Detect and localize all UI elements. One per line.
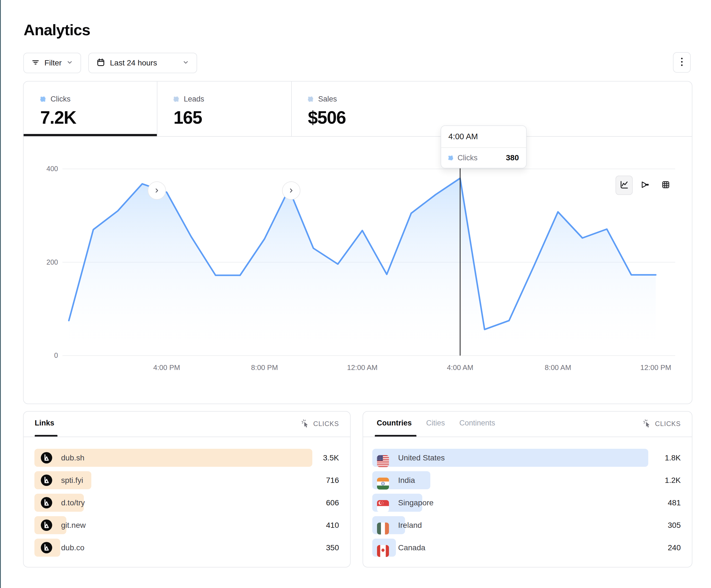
row-label: Singapore: [398, 494, 434, 512]
analytics-page: Analytics Filter Last 24 hours Clicks: [0, 0, 711, 588]
stat-label: Clicks: [50, 95, 70, 104]
analytics-chart-card: Clicks 7.2K Leads 165 Sales $506: [23, 81, 692, 404]
row-label: Ireland: [398, 516, 422, 534]
metric-label: CLICKS: [655, 420, 681, 428]
stat-value: $506: [308, 107, 430, 128]
row-value: 240: [668, 539, 681, 557]
stat-value: 165: [173, 107, 291, 128]
row-label: spti.fyi: [61, 471, 83, 489]
chart-tooltip: 4:00 AM Clicks 380: [440, 126, 527, 168]
links-panel: Links CLICKS dub.sh3.5K spti.fyi716 d.to…: [23, 411, 351, 567]
cursor-click-icon: [643, 419, 652, 429]
country-flag-icon: [377, 520, 388, 531]
link-row[interactable]: git.new410: [24, 516, 350, 534]
date-range-label: Last 24 hours: [110, 59, 157, 67]
country-flag-icon: [377, 497, 388, 508]
row-label: d.to/try: [61, 494, 85, 512]
link-row[interactable]: dub.sh3.5K: [24, 449, 350, 467]
cursor-click-icon: [301, 419, 310, 429]
countries-metric[interactable]: CLICKS: [643, 419, 681, 429]
tooltip-series-label: Clicks: [457, 154, 501, 162]
tab-links[interactable]: Links: [35, 419, 55, 427]
stat-label: Leads: [184, 95, 204, 104]
country-flag-icon: [377, 452, 388, 463]
row-value: 3.5K: [323, 449, 339, 467]
page-title: Analytics: [24, 21, 90, 39]
filter-button-label: Filter: [44, 59, 62, 67]
chart-area-fill: [69, 178, 656, 356]
kebab-menu-icon: [678, 56, 686, 69]
stat-tab-clicks[interactable]: Clicks 7.2K: [24, 82, 157, 136]
stat-separator: [157, 82, 157, 136]
stat-value: 7.2K: [40, 107, 157, 128]
panel-divider: [363, 436, 692, 437]
x-axis-tick-label: 4:00 PM: [144, 363, 189, 372]
clicks-legend-swatch: [40, 96, 45, 102]
x-axis-tick-label: 4:00 AM: [438, 363, 482, 372]
metric-label: CLICKS: [313, 420, 339, 428]
y-axis-tick-label: 200: [27, 258, 58, 266]
page-edge-strip: [0, 0, 1, 588]
x-axis-tick-label: 12:00 AM: [340, 363, 385, 372]
chevron-down-icon: [66, 59, 73, 67]
row-value: 410: [326, 516, 339, 534]
tab-continents[interactable]: Continents: [459, 419, 495, 427]
tooltip-series-swatch: [448, 156, 453, 160]
panel-divider: [24, 436, 350, 437]
row-label: Canada: [398, 539, 425, 557]
dub-logo-avatar: [41, 542, 52, 553]
link-row[interactable]: spti.fyi716: [24, 471, 350, 489]
chevron-down-icon: [182, 59, 189, 67]
row-value: 716: [326, 471, 339, 489]
tab-cities[interactable]: Cities: [426, 419, 445, 427]
links-metric[interactable]: CLICKS: [301, 419, 339, 429]
filter-button[interactable]: Filter: [23, 53, 81, 73]
stat-label: Sales: [318, 95, 337, 104]
expand-leads-button[interactable]: [148, 181, 166, 200]
dub-logo-avatar: [41, 497, 52, 508]
tooltip-value: 380: [506, 153, 519, 162]
dub-logo-avatar: [41, 520, 52, 531]
x-axis-tick-label: 8:00 PM: [242, 363, 287, 372]
countries-panel: Countries Cities Continents CLICKS Unite…: [363, 411, 692, 567]
country-flag-icon: [377, 542, 388, 553]
row-value: 606: [326, 494, 339, 512]
row-value: 1.2K: [665, 471, 681, 489]
row-label: United States: [398, 449, 445, 467]
x-axis-tick-label: 12:00 PM: [633, 363, 678, 372]
calendar-icon: [96, 58, 106, 68]
link-row[interactable]: d.to/try606: [24, 494, 350, 512]
stat-separator: [291, 82, 292, 136]
stat-tab-leads[interactable]: Leads 165: [157, 82, 291, 136]
dub-logo-avatar: [41, 452, 52, 463]
filter-lines-icon: [31, 58, 40, 68]
sales-legend-swatch: [308, 96, 313, 102]
row-label: git.new: [61, 516, 86, 534]
date-range-button[interactable]: Last 24 hours: [88, 53, 197, 73]
link-row[interactable]: dub.co350: [24, 539, 350, 557]
tooltip-time: 4:00 AM: [441, 126, 526, 148]
country-row[interactable]: Ireland305: [363, 516, 692, 534]
row-label: dub.sh: [61, 449, 84, 467]
row-value: 305: [668, 516, 681, 534]
y-axis-tick-label: 0: [27, 352, 58, 359]
stat-tab-sales[interactable]: Sales $506: [291, 82, 430, 136]
expand-sales-button[interactable]: [282, 181, 300, 200]
more-options-button[interactable]: [673, 52, 691, 73]
x-axis-tick-label: 8:00 AM: [536, 363, 580, 372]
country-row[interactable]: United States1.8K: [363, 449, 692, 467]
dub-logo-avatar: [41, 475, 52, 486]
leads-legend-swatch: [173, 96, 179, 102]
country-flag-icon: [377, 475, 388, 486]
row-value: 350: [326, 539, 339, 557]
country-row[interactable]: Canada240: [363, 539, 692, 557]
row-label: dub.co: [61, 539, 84, 557]
row-value: 481: [668, 494, 681, 512]
country-row[interactable]: India1.2K: [363, 471, 692, 489]
row-value: 1.8K: [665, 449, 681, 467]
row-label: India: [398, 471, 415, 489]
tab-countries[interactable]: Countries: [377, 419, 412, 427]
y-axis-tick-label: 400: [27, 165, 58, 173]
country-row[interactable]: Singapore481: [363, 494, 692, 512]
